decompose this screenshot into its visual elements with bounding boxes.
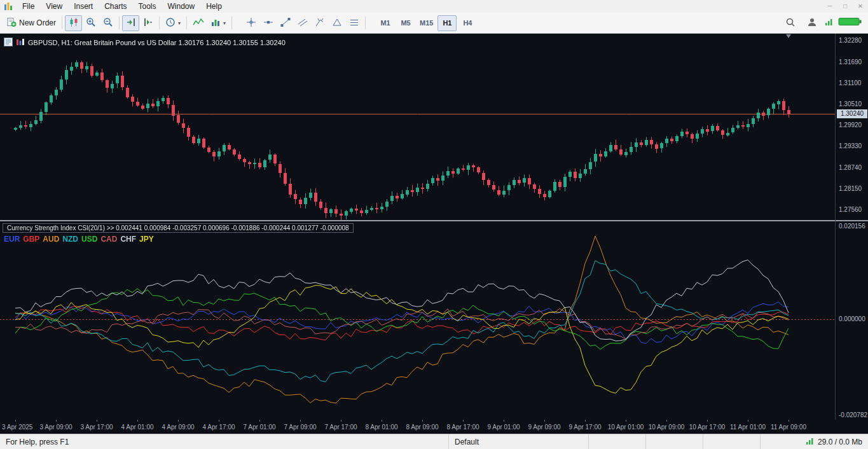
legend-aud: AUD — [43, 235, 59, 244]
toolbar-right — [782, 15, 865, 31]
trendline-icon — [280, 17, 291, 29]
timeframe-m15[interactable]: M15 — [417, 15, 436, 31]
menu-charts[interactable]: Charts — [99, 1, 132, 11]
time-axis-label: 9 Apr 17:00 — [568, 424, 601, 431]
time-axis-tick — [382, 420, 382, 422]
time-axis-label: 8 Apr 09:00 — [406, 424, 438, 431]
price-axis-label: 1.31690 — [839, 59, 862, 66]
one-click-trading-icon[interactable] — [4, 38, 13, 48]
timeframe-h1[interactable]: H1 — [437, 15, 457, 31]
zigzag-line-icon — [193, 17, 204, 29]
time-axis-tick — [341, 420, 341, 422]
auto-scroll-button[interactable] — [122, 15, 139, 31]
price-axis[interactable]: 1.30240 1.322801.316901.311001.305101.29… — [835, 34, 868, 420]
time-axis-label: 7 Apr 09:00 — [284, 424, 316, 431]
traffic-label: 29.0 / 0.0 Mb — [818, 438, 862, 446]
levels-button[interactable] — [345, 15, 362, 31]
time-axis-tick — [789, 420, 789, 422]
time-axis-tick — [178, 420, 179, 422]
toolbar: New Order — [0, 13, 868, 34]
toolbar-divider — [186, 17, 187, 29]
chart-title: GBPUSD, H1: Great Britain Pound vs US Do… — [28, 39, 286, 46]
connection-battery-icon[interactable] — [838, 17, 862, 29]
chevron-down-icon: ▾ — [223, 20, 226, 26]
equidistant-channel-button[interactable] — [294, 15, 311, 31]
horizontal-line-button[interactable] — [259, 15, 277, 31]
chart-shift-button[interactable] — [139, 15, 156, 31]
zoom-in-button[interactable] — [82, 15, 99, 31]
window-splitter[interactable] — [0, 220, 868, 221]
time-axis-label: 11 Apr 01:00 — [730, 424, 766, 431]
indicator-line-button[interactable] — [189, 15, 207, 31]
time-axis-tick — [137, 420, 138, 422]
status-bar: For Help, press F1 Default 29.0 / 0.0 Mb — [0, 434, 868, 449]
time-axis-tick — [544, 420, 545, 422]
timeframe-m1[interactable]: M1 — [376, 15, 395, 31]
window-controls: ─ □ ✕ — [822, 1, 868, 12]
menu-file[interactable]: File — [17, 1, 40, 11]
search-button[interactable] — [782, 15, 799, 31]
menu-window[interactable]: Window — [162, 1, 201, 11]
close-button[interactable]: ✕ — [853, 1, 868, 12]
price-axis-label: 1.31100 — [839, 79, 861, 86]
status-profile[interactable]: Default — [448, 434, 588, 449]
shapes-icon — [332, 17, 342, 29]
indicator-legend: EURGBPAUDNZDUSDCADCHFJPY — [4, 235, 154, 244]
time-axis-label: 3 Apr 2025 — [2, 424, 32, 431]
signal-bars-icon — [806, 437, 814, 447]
clock-icon — [165, 17, 176, 29]
candlestick-chart-icon — [69, 17, 79, 29]
time-axis-tick — [56, 420, 57, 422]
time-axis-label: 10 Apr 09:00 — [649, 424, 685, 431]
shapes-button[interactable] — [328, 15, 345, 31]
chart-title-bar: GBPUSD, H1: Great Britain Pound vs US Do… — [4, 38, 286, 48]
menu-view[interactable]: View — [40, 1, 68, 11]
time-axis-label: 11 Apr 09:00 — [771, 424, 806, 431]
timeframe-h4[interactable]: H4 — [458, 15, 477, 31]
crosshair-button[interactable] — [242, 15, 259, 31]
candlestick-chart-button[interactable] — [65, 15, 82, 31]
legend-gbp: GBP — [23, 235, 39, 244]
status-traffic[interactable]: 29.0 / 0.0 Mb — [760, 434, 868, 449]
time-axis-tick — [15, 420, 16, 422]
chart-shift-icon — [143, 17, 153, 29]
time-axis-tick — [748, 420, 748, 422]
time-axis-tick — [97, 420, 97, 422]
crosshair-icon — [246, 17, 256, 29]
time-axis[interactable]: 3 Apr 20253 Apr 09:003 Apr 17:004 Apr 01… — [0, 420, 868, 434]
time-axis-label: 8 Apr 01:00 — [365, 424, 397, 431]
time-axis-tick — [626, 420, 626, 422]
zoom-in-icon — [86, 17, 96, 29]
histogram-icon — [210, 17, 221, 29]
menu-insert[interactable]: Insert — [68, 1, 99, 11]
channel-icon — [298, 17, 308, 29]
time-axis-label: 9 Apr 09:00 — [528, 424, 560, 431]
time-axis-tick — [219, 420, 219, 422]
account-button[interactable] — [803, 15, 820, 31]
indicator-histogram-button[interactable]: ▾ — [207, 15, 229, 31]
time-axis-label: 7 Apr 01:00 — [243, 424, 275, 431]
main-chart-canvas[interactable] — [0, 34, 835, 220]
indicator-canvas[interactable] — [0, 221, 835, 420]
period-button[interactable]: ▾ — [162, 15, 184, 31]
new-order-icon — [6, 17, 17, 29]
legend-usd: USD — [81, 235, 97, 244]
andrews-pitchfork-button[interactable] — [311, 15, 328, 31]
price-axis-label: 1.29920 — [839, 121, 862, 128]
pitchfork-icon — [315, 17, 325, 29]
time-axis-label: 3 Apr 09:00 — [39, 424, 72, 431]
toolbar-divider — [231, 17, 232, 29]
maximize-button[interactable]: □ — [837, 1, 853, 12]
timeframe-m5[interactable]: M5 — [396, 15, 415, 31]
menu-tools[interactable]: Tools — [133, 1, 162, 11]
menu-help[interactable]: Help — [200, 1, 228, 11]
trendline-button[interactable] — [277, 15, 294, 31]
new-order-button[interactable]: New Order — [3, 15, 59, 31]
zoom-out-button[interactable] — [99, 15, 116, 31]
time-axis-label: 4 Apr 09:00 — [162, 424, 194, 431]
status-cell — [588, 434, 645, 449]
time-axis-label: 4 Apr 01:00 — [121, 424, 153, 431]
horizontal-line-icon — [263, 17, 273, 29]
minimize-button[interactable]: ─ — [822, 1, 837, 12]
time-axis-tick — [707, 420, 708, 422]
